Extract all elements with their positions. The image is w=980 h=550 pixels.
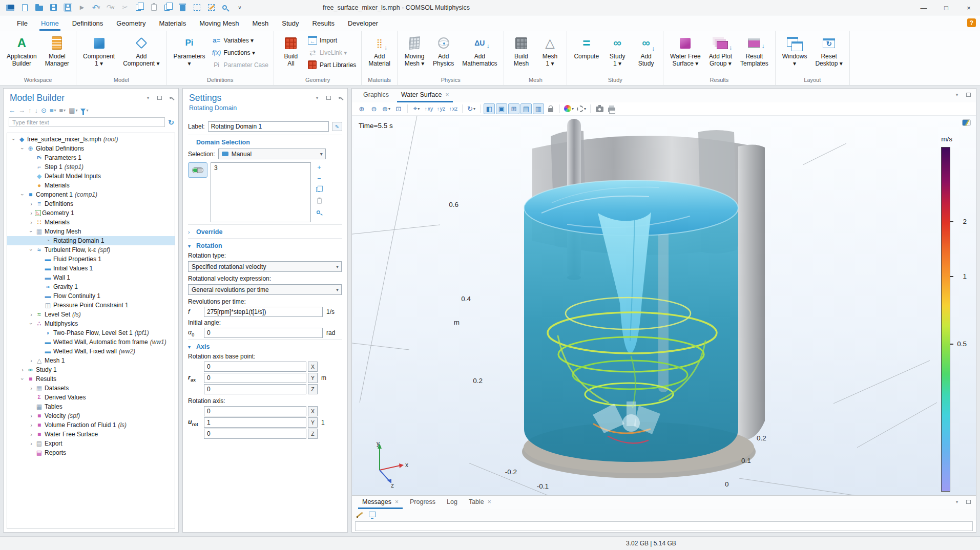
base-z-input[interactable] (204, 384, 306, 394)
help-icon[interactable]: ? (967, 18, 976, 27)
tree-item[interactable]: ▬Flow Continuity 1 (7, 291, 175, 301)
tree-expander-icon[interactable]: › (28, 385, 35, 391)
tree-item[interactable]: ▬Wetted Wall, Fixed wall(ww2) (7, 347, 175, 356)
tree-item[interactable]: ▬Wetted Wall, Automatic from frame(ww1) (7, 337, 175, 347)
environment-settings-icon[interactable]: ▾ (576, 103, 587, 114)
minimize-button[interactable]: — (912, 0, 935, 15)
tree-expander-icon[interactable]: › (28, 219, 35, 225)
water-free-surface-button[interactable]: Water Free Surface ▾ (666, 33, 704, 69)
clear-messages-icon[interactable] (357, 511, 364, 518)
study-1-button[interactable]: ∞Study 1 ▾ (603, 33, 631, 69)
functions-button[interactable]: f(x)Functions ▾ (210, 47, 270, 58)
rve-combo[interactable]: General revolutions per time (188, 284, 342, 295)
find-icon[interactable] (219, 2, 232, 13)
undo-icon[interactable]: ↶∨ (90, 2, 102, 13)
tree-expander-icon[interactable]: › (28, 440, 35, 447)
tab-table[interactable]: Table× (464, 496, 496, 509)
model-manager-button[interactable]: Model Manager (41, 33, 73, 69)
view-xy-icon[interactable]: ↑xy (423, 103, 434, 114)
tree-item[interactable]: ▬Wall 1 (7, 273, 175, 282)
panel-menu-icon[interactable]: ▾ (953, 499, 961, 505)
run-icon[interactable]: ▶ (76, 2, 88, 13)
float-panel-icon[interactable] (156, 95, 163, 101)
tree-item[interactable]: ⌐Step 1(step1) (7, 162, 175, 172)
show-icon[interactable]: ⊙ (41, 107, 47, 114)
build-all-button[interactable]: Build All (277, 33, 305, 69)
tree-item[interactable]: ›■Velocity(spf) (7, 411, 175, 420)
tree-expander-icon[interactable]: › (28, 431, 35, 437)
tree-expander-icon[interactable]: › (28, 413, 35, 419)
float-panel-icon[interactable] (965, 499, 972, 505)
tree-item[interactable]: ◫Pressure Point Constraint 1 (7, 301, 175, 310)
zoom-box-icon[interactable]: ⊕▾ (381, 103, 392, 114)
tree-item[interactable]: ›∷Materials (7, 218, 175, 227)
tree-item[interactable]: ≈Gravity 1 (7, 282, 175, 291)
tree-item[interactable]: ›◆free_surface_mixer_ls.mph(root) (7, 135, 175, 144)
duplicate-icon[interactable] (162, 2, 174, 13)
pin-panel-icon[interactable] (336, 95, 343, 101)
tree-item[interactable]: ›■Results (7, 374, 175, 384)
axis-x-input[interactable] (204, 406, 306, 416)
tree-expander-icon[interactable]: › (19, 191, 26, 198)
tree-expander-icon[interactable]: › (28, 311, 35, 318)
tree-expander-icon[interactable]: › (28, 422, 35, 428)
zoom-to-selection-icon[interactable] (314, 207, 324, 217)
component-1-button[interactable]: Component 1 ▾ (79, 33, 118, 69)
tree-item[interactable]: ›△Mesh 1 (7, 356, 175, 365)
tab-log[interactable]: Log (442, 496, 463, 509)
go-to-view-icon[interactable]: ⌖▾ (411, 103, 422, 114)
tree-item[interactable]: ›∞Study 1 (7, 365, 175, 374)
add-material-button[interactable]: ⣿Add Material (365, 33, 394, 69)
axis-z-input[interactable] (204, 429, 306, 439)
add-mathematics-button[interactable]: ΔUAdd Mathematics (458, 33, 501, 69)
plot-thumbnail-icon[interactable] (962, 119, 971, 126)
show-grid-icon[interactable]: ⊞ (508, 103, 519, 114)
show-in-window-icon[interactable] (369, 512, 376, 517)
save-as-icon[interactable] (61, 2, 74, 13)
compute-button[interactable]: =Compute (570, 33, 602, 61)
tree-options-icon[interactable]: ▤▾ (69, 107, 77, 114)
tree-expander-icon[interactable]: › (28, 320, 34, 327)
parameters-button[interactable]: PiParameters ▾ (170, 33, 209, 69)
show-material-color-icon[interactable]: ▤ (520, 103, 532, 114)
panel-menu-icon[interactable]: ▾ (314, 95, 321, 101)
tree-item[interactable]: ›⊕Global Definitions (7, 144, 175, 153)
select-box-icon[interactable] (191, 2, 203, 13)
tree-expander-icon[interactable]: › (28, 246, 34, 253)
active-toggle-button[interactable] (188, 162, 207, 178)
panel-menu-icon[interactable]: ▾ (953, 92, 961, 98)
cut-icon[interactable]: ✂ (119, 2, 131, 13)
forward-icon[interactable]: → (18, 107, 25, 114)
rotate-icon[interactable]: ↻▾ (466, 103, 477, 114)
section-axis[interactable]: ▾ Axis (188, 339, 342, 353)
move-up-icon[interactable]: ↑ (28, 107, 32, 114)
menu-moving-mesh[interactable]: Moving Mesh (193, 15, 245, 31)
part-libraries-button[interactable]: Part Libraries (306, 59, 358, 70)
tree-item[interactable]: ›■Volume Fraction of Fluid 1(ls) (7, 420, 175, 430)
tree-item[interactable]: ›▦Datasets (7, 384, 175, 393)
tree-expander-icon[interactable]: › (11, 136, 17, 143)
remove-from-selection-icon[interactable]: − (314, 174, 324, 183)
paste-icon[interactable] (148, 2, 160, 13)
add-plot-group-button[interactable]: Add Plot Group ▾ (705, 33, 736, 69)
back-icon[interactable]: ← (9, 107, 15, 114)
tree-expander-icon[interactable]: › (28, 228, 34, 235)
overflow-icon[interactable]: ∨ (234, 2, 246, 13)
zoom-extents-icon[interactable]: ⊡ (393, 103, 404, 114)
tree-item[interactable]: ›◺Geometry 1 (7, 208, 175, 218)
tree-item[interactable]: ▤Reports (7, 448, 175, 457)
maximize-button[interactable]: □ (935, 0, 957, 15)
tree-item[interactable]: ›≈Turbulent Flow, k-ε(spf) (7, 245, 175, 255)
show-selection-colors-icon[interactable]: ▥ (533, 103, 544, 114)
menu-file[interactable]: File (10, 15, 34, 31)
axis-y-input[interactable] (204, 417, 306, 428)
close-icon[interactable]: × (488, 498, 491, 505)
y-component-button[interactable]: Y (308, 417, 318, 428)
tree-item[interactable]: ›■Water Free Surface (7, 430, 175, 439)
import-button[interactable]: ←Import (306, 35, 358, 46)
tree-item[interactable]: ›▤Export (7, 439, 175, 448)
menu-home[interactable]: Home (34, 15, 66, 31)
transparency-icon[interactable]: ◧ (484, 103, 495, 114)
messages-input[interactable] (355, 521, 973, 531)
menu-geometry[interactable]: Geometry (110, 15, 152, 31)
